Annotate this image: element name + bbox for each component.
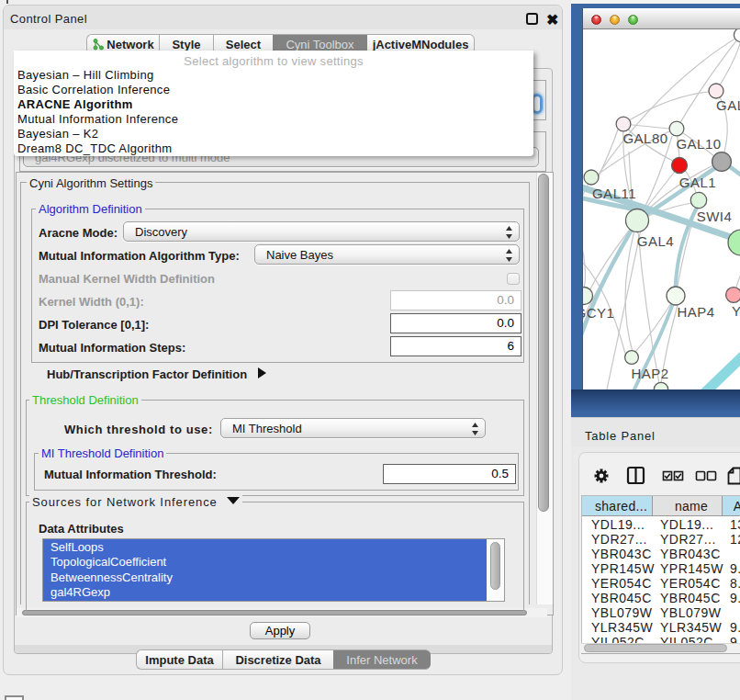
svg-text:GCY1: GCY1 <box>583 305 614 321</box>
svg-text:HAP4: HAP4 <box>677 304 714 320</box>
svg-text:SWI4: SWI4 <box>697 209 733 224</box>
svg-text:HAP2: HAP2 <box>631 366 668 381</box>
svg-text:GAL80: GAL80 <box>622 130 667 146</box>
svg-text:Y: Y <box>732 303 740 319</box>
svg-text:GAL1: GAL1 <box>679 175 716 190</box>
svg-text:GAL11: GAL11 <box>592 186 636 201</box>
svg-text:GAL4: GAL4 <box>637 233 674 249</box>
svg-text:GAL10: GAL10 <box>676 136 721 152</box>
svg-text:GAL: GAL <box>716 97 740 113</box>
